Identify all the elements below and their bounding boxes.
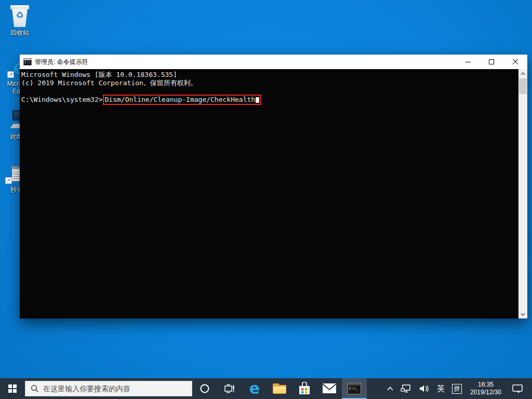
taskbar-file-explorer-button[interactable] bbox=[267, 378, 292, 399]
minimize-button[interactable] bbox=[456, 55, 480, 69]
console-scrollbar[interactable] bbox=[518, 69, 527, 318]
volume-tray-button[interactable] bbox=[416, 378, 433, 399]
maximize-icon bbox=[489, 59, 494, 64]
close-button[interactable] bbox=[503, 55, 527, 69]
task-view-icon bbox=[224, 383, 235, 394]
console-line-copyright: (c) 2019 Microsoft Corporation。保留所有权利。 bbox=[21, 79, 517, 87]
window-title: 管理员: 命令提示符 bbox=[35, 58, 88, 66]
show-hidden-icons-button[interactable] bbox=[383, 378, 397, 399]
console-line-version: Microsoft Windows [版本 10.0.18363.535] bbox=[21, 71, 517, 79]
chevron-up-icon bbox=[387, 387, 393, 391]
console-prompt-line: C:\Windows\system32>Dism/Online/Cleanup-… bbox=[21, 96, 517, 104]
network-tray-button[interactable] bbox=[397, 378, 416, 399]
network-icon bbox=[401, 384, 412, 393]
scroll-up-arrow[interactable] bbox=[518, 69, 527, 78]
taskbar-search-box[interactable] bbox=[25, 381, 192, 396]
taskbar-edge-button[interactable]: e bbox=[242, 378, 267, 399]
taskbar: e bbox=[0, 378, 532, 399]
file-explorer-icon bbox=[273, 383, 286, 394]
task-view-button[interactable] bbox=[217, 378, 242, 399]
cmd-icon bbox=[348, 383, 361, 394]
desktop-icon-label: 回收站 bbox=[3, 29, 36, 37]
shortcut-arrow-icon: ↗ bbox=[5, 177, 12, 184]
console-line-blank bbox=[21, 87, 517, 96]
clock-date: 2019/12/30 bbox=[470, 389, 501, 396]
windows-logo-icon bbox=[8, 384, 17, 393]
cmd-window-icon bbox=[23, 58, 32, 65]
volume-icon bbox=[419, 384, 430, 393]
taskbar-cmd-button[interactable] bbox=[342, 378, 367, 399]
scrollbar-thumb[interactable] bbox=[519, 78, 527, 94]
typed-command: Dism/Online/Cleanup-Image/CheckHealth bbox=[105, 96, 256, 103]
window-controls bbox=[456, 55, 527, 69]
edge-icon: e bbox=[249, 381, 260, 396]
mail-icon bbox=[322, 383, 337, 394]
console-output[interactable]: Microsoft Windows [版本 10.0.18363.535] (c… bbox=[20, 69, 527, 318]
taskbar-mail-button[interactable] bbox=[317, 378, 342, 399]
ime-mode-button[interactable]: 拼 bbox=[448, 378, 466, 399]
desktop-background: ♻ 回收站 e ↗ Microsoft Edge 此电脑 ↗ 秒关机 bbox=[0, 0, 532, 399]
clock-time: 16:35 bbox=[478, 381, 494, 389]
taskbar-store-button[interactable] bbox=[292, 378, 317, 399]
window-titlebar[interactable]: 管理员: 命令提示符 bbox=[20, 55, 527, 69]
maximize-button[interactable] bbox=[480, 55, 503, 69]
shortcut-arrow-icon: ↗ bbox=[7, 71, 14, 78]
close-icon bbox=[512, 59, 518, 65]
scroll-down-arrow[interactable] bbox=[518, 310, 527, 318]
console-prompt: C:\Windows\system32> bbox=[21, 96, 103, 103]
ime-pinyin-icon: 拼 bbox=[452, 384, 462, 394]
clock[interactable]: 16:35 2019/12/30 bbox=[466, 378, 506, 399]
action-center-button[interactable] bbox=[506, 378, 529, 399]
cmd-window: 管理员: 命令提示符 Microsoft Windows [版本 10.0.18… bbox=[20, 55, 527, 318]
search-input[interactable] bbox=[43, 384, 187, 393]
search-icon bbox=[31, 384, 39, 393]
ime-language-indicator[interactable]: 英 bbox=[433, 378, 448, 399]
notification-icon bbox=[512, 384, 523, 393]
command-highlight-box: Dism/Online/Cleanup-Image/CheckHealth bbox=[103, 95, 262, 105]
cortana-button[interactable] bbox=[192, 378, 217, 399]
desktop-icon-recycle-bin[interactable]: ♻ 回收站 bbox=[3, 3, 36, 37]
console-cursor bbox=[256, 97, 259, 103]
microsoft-store-icon bbox=[298, 382, 311, 395]
cortana-icon bbox=[200, 383, 210, 394]
recycle-bin-icon: ♻ bbox=[10, 4, 29, 27]
minimize-icon bbox=[465, 62, 471, 62]
system-tray: 英 拼 16:35 2019/12/30 bbox=[383, 378, 532, 399]
start-button[interactable] bbox=[0, 378, 25, 399]
